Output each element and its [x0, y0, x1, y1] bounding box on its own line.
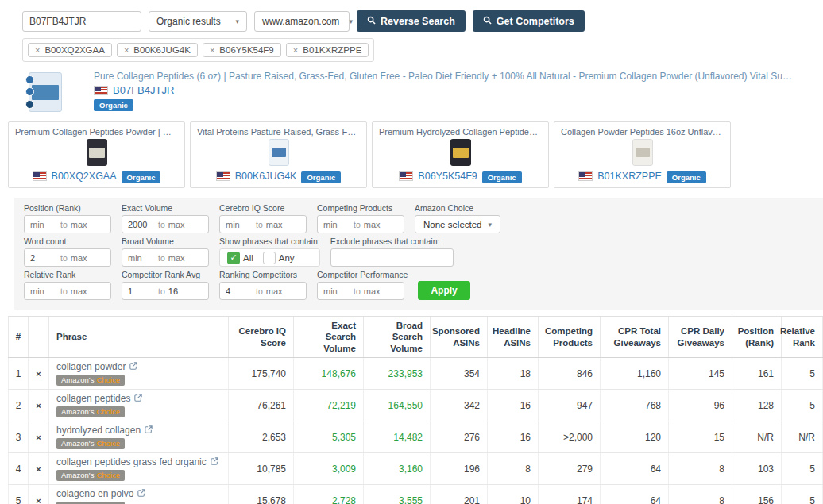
filter-label: Show phrases that contain: — [219, 237, 320, 246]
cell-position: 103 — [732, 453, 782, 484]
column-header-competing[interactable]: Competing Products — [539, 317, 601, 357]
range-to-label: to — [158, 287, 165, 296]
organic-badge: Organic — [301, 171, 341, 183]
cell-cpr_daily: 15 — [669, 421, 732, 452]
delete-keyword-button[interactable]: × — [36, 496, 41, 504]
external-link-icon — [129, 361, 137, 372]
checkbox-unchecked-icon[interactable] — [263, 252, 276, 264]
column-header-relative[interactable]: Relative Rank — [782, 317, 823, 357]
cell-cpr_daily: 8 — [669, 453, 732, 484]
filter-exact_volume-range: to — [122, 215, 209, 233]
column-header-delete[interactable] — [29, 317, 49, 357]
match-any-label: Any — [279, 253, 295, 263]
phrase-link[interactable]: colageno en polvo — [56, 488, 145, 499]
card-asin-link[interactable]: B01KXRZPPE — [597, 171, 662, 182]
cell-position: 156 — [732, 485, 782, 504]
phrase-link[interactable]: hydrolyzed collagen — [56, 425, 153, 436]
cell-relative: 5 — [782, 485, 823, 504]
card-asin-link[interactable]: B06Y5K54F9 — [418, 171, 477, 182]
column-header-num[interactable]: # — [8, 317, 29, 357]
column-header-cpr_daily[interactable]: CPR Daily Giveaways — [669, 317, 732, 357]
filter-competitor_rank_avg-min-input[interactable] — [128, 287, 155, 296]
phrase-link[interactable]: collagen peptides grass fed organic — [56, 456, 218, 467]
filter-amazon_choice-select[interactable]: None selected▾ — [415, 215, 500, 233]
cell-competing: >2,000 — [539, 421, 601, 452]
column-header-broad[interactable]: Broad Search Volume — [364, 317, 431, 357]
column-header-headline[interactable]: Headline ASINs — [488, 317, 539, 357]
cell-num: 5 — [8, 485, 29, 504]
cell-relative: N/R — [782, 421, 823, 452]
remove-tag-icon[interactable]: × — [124, 45, 129, 55]
filter-broad_volume-min-input[interactable] — [128, 253, 155, 263]
filter-competitor_performance-min-input[interactable] — [323, 287, 350, 296]
card-asin-link[interactable]: B00K6JUG4K — [235, 171, 297, 182]
filter-competitor_performance-max-input[interactable] — [364, 287, 391, 296]
filter-exact_volume-max-input[interactable] — [168, 220, 195, 229]
cell-iq: 15,678 — [229, 485, 294, 504]
column-header-phrase[interactable]: Phrase — [49, 317, 229, 357]
filter-relative_rank-max-input[interactable] — [71, 287, 98, 296]
reverse-search-button[interactable]: Reverse Search — [357, 10, 466, 32]
delete-keyword-button[interactable]: × — [36, 369, 41, 379]
column-header-sponsored[interactable]: Sponsored ASINs — [431, 317, 488, 357]
filter-position_rank-min-input[interactable] — [30, 220, 57, 229]
apply-filters-button[interactable]: Apply — [418, 281, 469, 300]
cell-sponsored: 342 — [431, 390, 488, 421]
filter-competing_products-min-input[interactable] — [323, 220, 350, 229]
filter-broad_volume-max-input[interactable] — [168, 253, 195, 263]
delete-keyword-button[interactable]: × — [36, 433, 41, 442]
product-asin-link[interactable]: B07FB4JTJR — [113, 84, 174, 96]
column-header-iq[interactable]: Cerebro IQ Score — [229, 317, 294, 357]
filter-word_count-max-input[interactable] — [71, 253, 98, 263]
filter-competitor_rank_avg-max-input[interactable] — [168, 287, 195, 296]
asin-search-input[interactable] — [22, 11, 141, 32]
column-header-exact[interactable]: Exact Search Volume — [294, 317, 364, 357]
column-header-position[interactable]: Position (Rank) — [732, 317, 782, 357]
filter-label: Relative Rank — [24, 270, 111, 279]
remove-tag-icon[interactable]: × — [35, 45, 40, 55]
get-competitors-button[interactable]: Get Competitors — [473, 10, 585, 32]
filter-competing_products-max-input[interactable] — [364, 220, 391, 229]
organic-badge: Organic — [482, 171, 522, 183]
cell-cpr_total: 1,160 — [601, 358, 669, 389]
cell-iq: 76,261 — [229, 390, 294, 421]
cell-exact: 148,676 — [294, 358, 364, 389]
filter-relative_rank-min-input[interactable] — [30, 287, 57, 296]
product-title: Pure Collagen Peptides (6 oz) | Pasture … — [94, 71, 793, 82]
cell-sponsored: 354 — [431, 358, 488, 389]
match-all-option[interactable]: ✓All — [224, 252, 257, 264]
remove-tag-icon[interactable]: × — [293, 45, 298, 55]
phrase-link[interactable]: collagen peptides — [56, 393, 142, 404]
remove-tag-icon[interactable]: × — [210, 45, 214, 55]
keyword-row: 2×collagen peptidesAmazon'sChoice76,2617… — [8, 390, 823, 421]
filter-exact_volume-min-input[interactable] — [128, 220, 155, 229]
select-value: None selected — [423, 220, 482, 229]
filter-position_rank-max-input[interactable] — [71, 220, 98, 229]
filter-cerebro_iq-max-input[interactable] — [266, 220, 293, 229]
product-info: Pure Collagen Peptides (6 oz) | Pasture … — [94, 70, 793, 111]
phrase-text: collagen peptides grass fed organic — [56, 456, 207, 467]
cell-headline: 18 — [488, 358, 539, 389]
filter-cerebro_iq-min-input[interactable] — [226, 220, 253, 229]
filter-ranking_competitors: Ranking Competitorsto — [219, 270, 307, 300]
filter-ranking_competitors-min-input[interactable] — [226, 287, 253, 296]
filter-word_count-min-input[interactable] — [30, 253, 57, 263]
checkbox-checked-icon[interactable]: ✓ — [227, 252, 240, 264]
column-header-cpr_total[interactable]: CPR Total Giveaways — [601, 317, 669, 357]
delete-keyword-button[interactable]: × — [36, 401, 41, 410]
chevron-down-icon: ▾ — [349, 17, 353, 25]
card-asin-link[interactable]: B00XQ2XGAA — [52, 171, 117, 182]
delete-keyword-button[interactable]: × — [36, 464, 41, 474]
competitor-card: Premium Hydrolyzed Collagen Peptides - B… — [372, 121, 549, 188]
competitor-cards: Premium Collagen Peptides Powder | Grass… — [8, 121, 823, 188]
marketplace-select[interactable]: www.amazon.com ▾ — [254, 11, 350, 32]
phrase-link[interactable]: collagen powder — [56, 361, 137, 372]
filter-ranking_competitors-max-input[interactable] — [266, 287, 293, 296]
results-type-select[interactable]: Organic results ▾ — [149, 11, 247, 32]
us-flag-icon — [578, 171, 593, 181]
cell-competing: 279 — [539, 453, 601, 484]
match-any-option[interactable]: Any — [260, 252, 298, 264]
filter-exclude_phrases-input[interactable] — [330, 248, 454, 267]
phrase-text: colageno en polvo — [56, 488, 133, 499]
main-product: Pure Collagen Peptides (6 oz) | Pasture … — [22, 70, 823, 114]
